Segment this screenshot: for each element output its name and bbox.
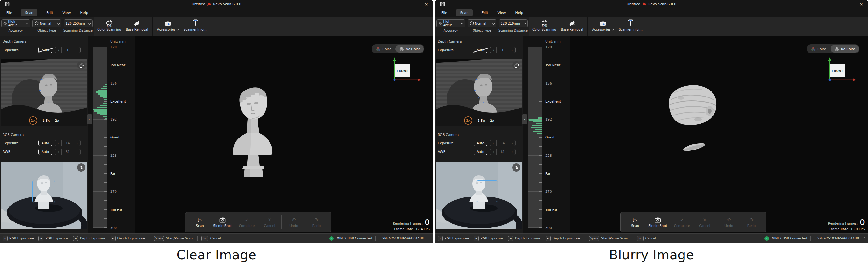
stepper-decrement[interactable]: ‹ xyxy=(490,149,497,155)
menu-item-help[interactable]: Help xyxy=(515,9,524,16)
accessories-button[interactable]: Accessories xyxy=(589,17,617,36)
scanning-distance-dropdown[interactable]: 120-250mm xyxy=(64,19,93,27)
close-button[interactable]: × xyxy=(859,2,864,6)
scanner-info-button[interactable]: Scanner Infor... xyxy=(617,17,645,36)
stepper-decrement[interactable]: ‹ xyxy=(55,140,62,146)
base-removal-button[interactable]: Base Removal xyxy=(558,17,586,36)
flash-toggle-button[interactable] xyxy=(512,163,520,172)
flash-toggle-button[interactable] xyxy=(77,163,85,172)
rgb-exposure-auto-button[interactable]: Auto xyxy=(38,140,52,146)
stepper-increment[interactable]: › xyxy=(74,149,80,155)
menu-item-edit[interactable]: Edit xyxy=(481,9,489,16)
rotate-view-button[interactable] xyxy=(77,61,85,70)
menu-item-view[interactable]: View xyxy=(62,9,71,16)
single-shot-button[interactable]: Single Shot xyxy=(646,217,669,227)
resize-grip[interactable] xyxy=(427,237,430,240)
stepper-increment[interactable]: › xyxy=(509,149,516,155)
single-shot-button[interactable]: Single Shot xyxy=(211,217,234,227)
toolbar-section-accessories: Accessories Scanner Infor... xyxy=(587,17,868,36)
serial-number: SN: A25103465A6H01AB8 xyxy=(382,237,424,240)
complete-button[interactable]: ✓ Complete xyxy=(671,217,693,227)
scanner-info-button[interactable]: Scanner Infor... xyxy=(182,17,209,36)
depth-exposure-row: Exposure Auto ‹ 1 › xyxy=(438,46,521,53)
accuracy-dropdown[interactable]: High Accur... xyxy=(436,19,465,27)
depth-exposure-auto-button[interactable]: Auto xyxy=(38,47,52,53)
scan-button[interactable]: ▷ Scan xyxy=(624,217,646,227)
zoom-2x-button[interactable]: 2x xyxy=(490,118,494,123)
scan-controls: ▷ Scan Single Shot ✓ C xyxy=(185,212,331,232)
menu-item-file[interactable]: File xyxy=(441,9,448,16)
maximize-button[interactable] xyxy=(412,2,416,6)
svg-text:RGB: RGB xyxy=(107,25,112,27)
accuracy-dropdown[interactable]: High Accur... xyxy=(1,19,30,27)
revo-scan-logo-icon xyxy=(642,2,646,6)
histogram-ticks xyxy=(539,47,542,228)
menu-item-file[interactable]: File xyxy=(6,9,12,16)
object-type-dropdown[interactable]: Normal xyxy=(32,19,61,27)
stepper-decrement[interactable]: ‹ xyxy=(490,140,497,146)
view-gizmo[interactable]: FRONT xyxy=(823,55,857,83)
menu-item-edit[interactable]: Edit xyxy=(45,9,54,16)
menu-item-scan[interactable]: Scan xyxy=(21,9,37,16)
stepper-increment[interactable]: › xyxy=(74,140,80,146)
zoom-1-5x-button[interactable]: 1.5x xyxy=(477,118,485,123)
menu-item-help[interactable]: Help xyxy=(80,9,89,16)
resize-grip[interactable] xyxy=(862,237,866,240)
close-button[interactable]: × xyxy=(424,2,429,6)
awb-stepper: ‹ 81 › xyxy=(55,149,81,155)
focus-selection-box xyxy=(32,180,55,203)
color-mode-button[interactable]: Color xyxy=(807,45,830,53)
color-scanning-button[interactable]: RGB Color Scanning xyxy=(530,17,558,36)
stepper-decrement[interactable]: ‹ xyxy=(55,149,62,155)
accessories-button[interactable]: Accessories xyxy=(154,17,182,36)
divider xyxy=(281,215,282,229)
shortcut-depth-exposure-down: ◀ Depth Exposure- xyxy=(73,236,106,241)
base-removal-button[interactable]: Base Removal xyxy=(123,17,151,36)
undo-button[interactable]: ↶ Undo xyxy=(717,217,740,227)
cancel-button[interactable]: × Cancel xyxy=(693,217,716,227)
minimize-button[interactable] xyxy=(400,2,405,6)
redo-button[interactable]: ↷ Redo xyxy=(305,217,328,227)
menu-item-view[interactable]: View xyxy=(497,9,506,16)
awb-auto-button[interactable]: Auto xyxy=(473,148,487,155)
viewport-3d[interactable]: Color No Color FRONT xyxy=(570,36,868,234)
color-mode-button[interactable]: Color xyxy=(372,45,395,53)
cancel-button[interactable]: × Cancel xyxy=(258,217,281,227)
stepper-increment[interactable]: › xyxy=(509,47,516,53)
rgb-exposure-auto-button[interactable]: Auto xyxy=(473,140,487,146)
zoom-2x-button[interactable]: 2x xyxy=(55,118,59,123)
minimize-button[interactable] xyxy=(835,2,840,6)
scan-button[interactable]: ▷ Scan xyxy=(189,217,211,227)
scanning-distance-dropdown[interactable]: 120-219mm xyxy=(499,19,528,27)
stepper-decrement[interactable]: ‹ xyxy=(490,47,497,53)
undo-button[interactable]: ↶ Undo xyxy=(282,217,305,227)
stepper-increment[interactable]: › xyxy=(74,47,80,53)
no-color-mode-button[interactable]: No Color xyxy=(831,45,859,53)
rendering-frames-value: 0 xyxy=(425,219,430,226)
menu-item-scan[interactable]: Scan xyxy=(456,9,472,16)
cube-icon xyxy=(35,21,39,26)
redo-button[interactable]: ↷ Redo xyxy=(740,217,763,227)
rgb-exposure-stepper: ‹ 14 › xyxy=(55,140,81,146)
complete-button[interactable]: ✓ Complete xyxy=(236,217,258,227)
scale-mark: 228 xyxy=(110,154,135,158)
viewport-3d[interactable]: Color No Color FRONT xyxy=(135,36,433,234)
object-type-dropdown[interactable]: Normal xyxy=(468,19,496,27)
sidebar-collapse-button[interactable]: ‹ xyxy=(522,114,527,124)
status-bar: ▲ RGB Exposure+ ▼ RGB Exposure- ◀ Depth … xyxy=(435,234,868,243)
zoom-1x-button[interactable]: 1x xyxy=(29,116,37,125)
connection-label: MINI 2 USB Connected xyxy=(337,237,372,240)
awb-row: AWB Auto ‹ 81 › xyxy=(438,148,521,155)
color-scanning-button[interactable]: RGB Color Scanning xyxy=(95,17,123,36)
sidebar-collapse-button[interactable]: ‹ xyxy=(87,114,92,124)
stepper-decrement[interactable]: ‹ xyxy=(55,47,62,53)
view-gizmo[interactable]: FRONT xyxy=(388,55,422,83)
awb-auto-button[interactable]: Auto xyxy=(38,148,52,155)
depth-exposure-auto-button[interactable]: Auto xyxy=(473,47,487,53)
zoom-1-5x-button[interactable]: 1.5x xyxy=(42,118,50,123)
no-color-mode-button[interactable]: No Color xyxy=(396,45,424,53)
maximize-button[interactable] xyxy=(847,2,851,6)
zoom-1x-button[interactable]: 1x xyxy=(464,116,472,125)
rotate-view-button[interactable] xyxy=(512,61,520,70)
stepper-increment[interactable]: › xyxy=(509,140,516,146)
